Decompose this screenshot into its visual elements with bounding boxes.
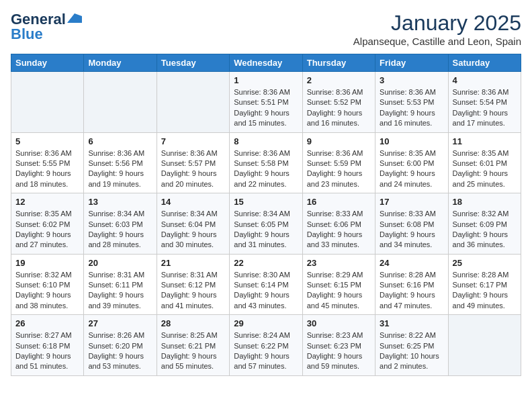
day-info: Sunrise: 8:32 AM Sunset: 6:10 PM Dayligh… — [15, 270, 79, 312]
day-info: Sunrise: 8:36 AM Sunset: 5:57 PM Dayligh… — [161, 148, 225, 190]
day-number: 28 — [161, 318, 225, 328]
day-number: 7 — [161, 136, 225, 146]
calendar-cell: 16Sunrise: 8:33 AM Sunset: 6:06 PM Dayli… — [302, 193, 375, 255]
weekday-header-monday: Monday — [84, 54, 157, 72]
month-title: January 2025 — [353, 11, 521, 36]
calendar-cell: 22Sunrise: 8:30 AM Sunset: 6:14 PM Dayli… — [230, 254, 302, 315]
weekday-header-sunday: Sunday — [11, 54, 84, 72]
day-info: Sunrise: 8:31 AM Sunset: 6:12 PM Dayligh… — [161, 270, 225, 312]
calendar-cell: 31Sunrise: 8:22 AM Sunset: 6:25 PM Dayli… — [375, 315, 448, 376]
calendar-cell: 19Sunrise: 8:32 AM Sunset: 6:10 PM Dayli… — [11, 254, 84, 315]
calendar-cell: 10Sunrise: 8:35 AM Sunset: 6:00 PM Dayli… — [375, 132, 448, 193]
day-number: 20 — [88, 258, 152, 268]
calendar-cell: 11Sunrise: 8:35 AM Sunset: 6:01 PM Dayli… — [448, 132, 521, 193]
calendar-cell: 12Sunrise: 8:35 AM Sunset: 6:02 PM Dayli… — [11, 193, 84, 255]
day-info: Sunrise: 8:25 AM Sunset: 6:21 PM Dayligh… — [161, 330, 225, 372]
calendar-cell: 5Sunrise: 8:36 AM Sunset: 5:55 PM Daylig… — [11, 132, 84, 193]
calendar-week-row: 19Sunrise: 8:32 AM Sunset: 6:10 PM Dayli… — [11, 254, 521, 315]
weekday-header-friday: Friday — [375, 54, 448, 72]
day-number: 13 — [88, 197, 152, 207]
weekday-header-wednesday: Wednesday — [230, 54, 302, 72]
day-number: 24 — [380, 258, 443, 268]
day-number: 14 — [161, 197, 225, 207]
day-number: 16 — [307, 197, 371, 207]
day-number: 3 — [380, 75, 443, 85]
calendar-cell: 9Sunrise: 8:36 AM Sunset: 5:59 PM Daylig… — [302, 132, 375, 193]
calendar-cell: 30Sunrise: 8:23 AM Sunset: 6:23 PM Dayli… — [302, 315, 375, 376]
day-info: Sunrise: 8:29 AM Sunset: 6:15 PM Dayligh… — [307, 270, 371, 312]
day-info: Sunrise: 8:33 AM Sunset: 6:06 PM Dayligh… — [307, 209, 371, 250]
day-number: 2 — [307, 75, 371, 85]
calendar-cell — [11, 72, 84, 133]
day-info: Sunrise: 8:23 AM Sunset: 6:23 PM Dayligh… — [307, 330, 371, 372]
calendar-week-row: 12Sunrise: 8:35 AM Sunset: 6:02 PM Dayli… — [11, 193, 521, 255]
day-number: 25 — [453, 258, 517, 268]
day-number: 26 — [15, 318, 79, 328]
calendar-cell: 14Sunrise: 8:34 AM Sunset: 6:04 PM Dayli… — [157, 193, 229, 255]
calendar-cell: 3Sunrise: 8:36 AM Sunset: 5:53 PM Daylig… — [375, 72, 448, 133]
calendar-table: SundayMondayTuesdayWednesdayThursdayFrid… — [11, 54, 521, 376]
calendar-cell: 7Sunrise: 8:36 AM Sunset: 5:57 PM Daylig… — [157, 132, 229, 193]
day-number: 19 — [15, 258, 79, 268]
weekday-header-saturday: Saturday — [448, 54, 521, 72]
logo-icon — [67, 13, 82, 23]
calendar-cell — [157, 72, 229, 133]
day-number: 5 — [15, 136, 79, 146]
calendar-cell: 4Sunrise: 8:36 AM Sunset: 5:54 PM Daylig… — [448, 72, 521, 133]
day-number: 22 — [234, 258, 298, 268]
day-info: Sunrise: 8:27 AM Sunset: 6:18 PM Dayligh… — [15, 330, 79, 372]
calendar-cell: 28Sunrise: 8:25 AM Sunset: 6:21 PM Dayli… — [157, 315, 229, 376]
calendar-cell: 1Sunrise: 8:36 AM Sunset: 5:51 PM Daylig… — [230, 72, 302, 133]
calendar-cell: 21Sunrise: 8:31 AM Sunset: 6:12 PM Dayli… — [157, 254, 229, 315]
day-number: 31 — [380, 318, 443, 328]
day-info: Sunrise: 8:34 AM Sunset: 6:05 PM Dayligh… — [234, 209, 298, 250]
day-info: Sunrise: 8:28 AM Sunset: 6:16 PM Dayligh… — [380, 270, 443, 312]
calendar-week-row: 1Sunrise: 8:36 AM Sunset: 5:51 PM Daylig… — [11, 72, 521, 133]
day-number: 21 — [161, 258, 225, 268]
day-number: 9 — [307, 136, 371, 146]
location-subtitle: Alpanseque, Castille and Leon, Spain — [353, 36, 521, 47]
day-info: Sunrise: 8:35 AM Sunset: 6:00 PM Dayligh… — [380, 148, 443, 190]
calendar-cell: 8Sunrise: 8:36 AM Sunset: 5:58 PM Daylig… — [230, 132, 302, 193]
calendar-cell: 26Sunrise: 8:27 AM Sunset: 6:18 PM Dayli… — [11, 315, 84, 376]
day-info: Sunrise: 8:35 AM Sunset: 6:02 PM Dayligh… — [15, 209, 79, 250]
calendar-cell: 17Sunrise: 8:33 AM Sunset: 6:08 PM Dayli… — [375, 193, 448, 255]
day-number: 29 — [234, 318, 298, 328]
day-info: Sunrise: 8:36 AM Sunset: 5:58 PM Dayligh… — [234, 148, 298, 190]
day-info: Sunrise: 8:30 AM Sunset: 6:14 PM Dayligh… — [234, 270, 298, 312]
title-block: January 2025 Alpanseque, Castille and Le… — [353, 11, 521, 47]
weekday-header-tuesday: Tuesday — [157, 54, 229, 72]
calendar-week-row: 26Sunrise: 8:27 AM Sunset: 6:18 PM Dayli… — [11, 315, 521, 376]
day-number: 18 — [453, 197, 517, 207]
calendar-cell: 29Sunrise: 8:24 AM Sunset: 6:22 PM Dayli… — [230, 315, 302, 376]
logo-blue: Blue — [11, 26, 43, 43]
day-info: Sunrise: 8:28 AM Sunset: 6:17 PM Dayligh… — [453, 270, 517, 312]
day-info: Sunrise: 8:36 AM Sunset: 5:56 PM Dayligh… — [88, 148, 152, 190]
calendar-cell: 15Sunrise: 8:34 AM Sunset: 6:05 PM Dayli… — [230, 193, 302, 255]
day-number: 8 — [234, 136, 298, 146]
calendar-header-row: SundayMondayTuesdayWednesdayThursdayFrid… — [11, 54, 521, 72]
day-info: Sunrise: 8:36 AM Sunset: 5:55 PM Dayligh… — [15, 148, 79, 190]
day-number: 12 — [15, 197, 79, 207]
calendar-cell: 6Sunrise: 8:36 AM Sunset: 5:56 PM Daylig… — [84, 132, 157, 193]
calendar-cell — [84, 72, 157, 133]
day-info: Sunrise: 8:24 AM Sunset: 6:22 PM Dayligh… — [234, 330, 298, 372]
day-number: 10 — [380, 136, 443, 146]
weekday-header-thursday: Thursday — [302, 54, 375, 72]
calendar-cell: 2Sunrise: 8:36 AM Sunset: 5:52 PM Daylig… — [302, 72, 375, 133]
day-info: Sunrise: 8:34 AM Sunset: 6:03 PM Dayligh… — [88, 209, 152, 250]
calendar-week-row: 5Sunrise: 8:36 AM Sunset: 5:55 PM Daylig… — [11, 132, 521, 193]
day-info: Sunrise: 8:26 AM Sunset: 6:20 PM Dayligh… — [88, 330, 152, 372]
day-number: 15 — [234, 197, 298, 207]
day-number: 27 — [88, 318, 152, 328]
day-info: Sunrise: 8:34 AM Sunset: 6:04 PM Dayligh… — [161, 209, 225, 250]
calendar-cell: 20Sunrise: 8:31 AM Sunset: 6:11 PM Dayli… — [84, 254, 157, 315]
day-number: 17 — [380, 197, 443, 207]
day-info: Sunrise: 8:22 AM Sunset: 6:25 PM Dayligh… — [380, 330, 443, 372]
calendar-cell: 25Sunrise: 8:28 AM Sunset: 6:17 PM Dayli… — [448, 254, 521, 315]
day-info: Sunrise: 8:33 AM Sunset: 6:08 PM Dayligh… — [380, 209, 443, 250]
calendar-cell: 23Sunrise: 8:29 AM Sunset: 6:15 PM Dayli… — [302, 254, 375, 315]
day-info: Sunrise: 8:36 AM Sunset: 5:53 PM Dayligh… — [380, 87, 443, 129]
day-number: 30 — [307, 318, 371, 328]
day-number: 11 — [453, 136, 517, 146]
